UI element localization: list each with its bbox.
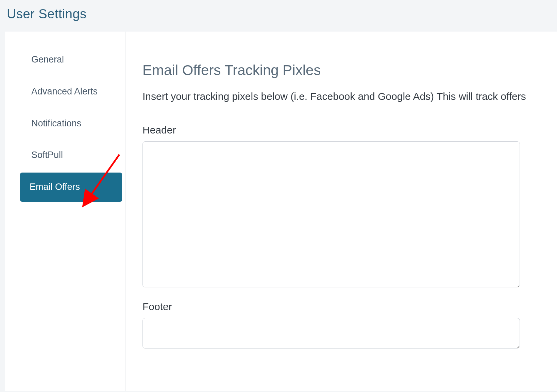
footer-textarea[interactable] <box>142 318 520 349</box>
sidebar-item-general[interactable]: General <box>22 45 120 74</box>
sidebar-item-softpull[interactable]: SoftPull <box>22 141 120 170</box>
page-title: User Settings <box>0 0 557 32</box>
header-field-label: Header <box>142 124 540 136</box>
footer-field-label: Footer <box>142 301 540 313</box>
sidebar-item-advanced-alerts[interactable]: Advanced Alerts <box>22 77 120 106</box>
section-description: Insert your tracking pixels below (i.e. … <box>142 89 540 104</box>
main-content: Email Offers Tracking Pixles Insert your… <box>125 32 557 391</box>
sidebar-item-notifications[interactable]: Notifications <box>22 109 120 138</box>
header-textarea[interactable] <box>142 141 520 287</box>
section-heading: Email Offers Tracking Pixles <box>142 62 540 78</box>
settings-card: General Advanced Alerts Notifications So… <box>5 32 557 391</box>
settings-sidebar: General Advanced Alerts Notifications So… <box>5 32 125 391</box>
sidebar-item-email-offers[interactable]: Email Offers <box>20 173 122 202</box>
